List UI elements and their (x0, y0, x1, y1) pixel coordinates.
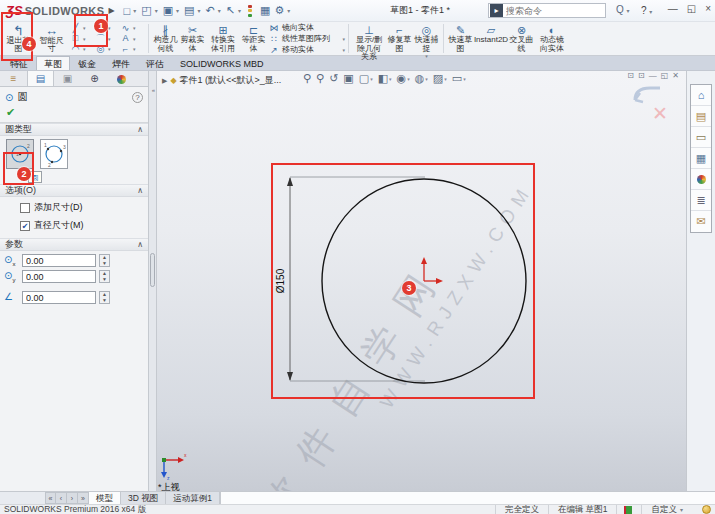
select-cursor-icon[interactable]: ↖ (225, 4, 236, 17)
smart-dimension-button[interactable]: ↔ 智能尺 寸 (35, 22, 68, 55)
custom-properties-icon[interactable]: ≣ (691, 190, 711, 211)
fully-defined-status: 完全定义 (495, 505, 548, 514)
dropdown-caret[interactable]: ▾ (176, 7, 179, 14)
tab-sketch[interactable]: 草图 (36, 56, 70, 70)
forum-icon[interactable]: ✉ (691, 211, 711, 232)
options-group-header[interactable]: 选项(O)∧ (0, 184, 148, 197)
dropdown-caret[interactable]: ▾ (238, 7, 241, 14)
center-y-input[interactable] (22, 270, 96, 283)
circle-type-group-header[interactable]: 圆类型∧ (0, 123, 148, 136)
file-explorer-icon[interactable]: ▭ (691, 127, 711, 148)
display-delete-relations-button[interactable]: ⊥显示/删 除几何 关系 (352, 22, 386, 55)
diameter-dimension-checkbox[interactable]: ✔ (20, 221, 30, 231)
dropdown-caret[interactable]: ▾ (155, 7, 158, 14)
dynamic-mirror-button[interactable]: ◐动态镜 向实体 (535, 22, 569, 55)
center-y-parameter: ⊙y ▲▼ (4, 270, 144, 283)
splitter-handle[interactable] (150, 253, 155, 287)
center-y-spinner[interactable]: ▲▼ (99, 270, 110, 283)
dropdown-caret[interactable]: ▾ (218, 7, 221, 14)
smart-dimension-icon: ↔ (45, 24, 58, 37)
circle-feature-icon: ⊙ (5, 92, 13, 103)
dropdown-caret[interactable]: ▾ (133, 7, 136, 14)
settings-gear-icon[interactable]: ⚙ (273, 4, 285, 17)
repair-sketch-button[interactable]: ⌐修复草 图 (386, 22, 413, 55)
units-caret-icon[interactable]: ▾ (680, 506, 683, 513)
configuration-manager-tab[interactable]: ▣ (54, 71, 81, 86)
minimize-button[interactable]: — (668, 3, 678, 14)
task-pane: ⌂ ▤ ▭ ▦ ≣ ✉ (686, 71, 715, 491)
options-content: 添加尺寸(D) ✔ 直径尺寸(M) (0, 197, 148, 238)
intersection-curve-button[interactable]: ⊗交叉曲 线 (508, 22, 535, 55)
instant2d-button[interactable]: ▱Instant2D (474, 22, 508, 55)
design-library-icon[interactable]: ▤ (691, 106, 711, 127)
display-manager-tab[interactable] (108, 71, 135, 86)
help-icon[interactable]: ? ▾ (641, 5, 652, 16)
new-document-icon[interactable]: □ (123, 5, 132, 17)
dimxpert-manager-tab[interactable]: ⊕ (81, 71, 108, 86)
tab-evaluate[interactable]: 评估 (138, 56, 172, 70)
rebuild-icon[interactable] (248, 5, 254, 17)
parameters-group-header[interactable]: 参数∧ (0, 238, 148, 251)
collapse-chevron-icon[interactable]: ∧ (137, 125, 143, 134)
perimeter-circle-type-button[interactable]: 132 (40, 139, 68, 169)
next-tab-icon[interactable]: › (67, 492, 78, 504)
move-entities-button[interactable]: ↗移动实体▾ (269, 45, 345, 55)
trim-entities-button[interactable]: ✂剪裁实 体 (179, 22, 206, 55)
help-circle-icon[interactable]: ? (132, 92, 143, 103)
tab-solidworks-mbd[interactable]: SOLIDWORKS MBD (172, 56, 272, 70)
undo-icon[interactable]: ↶ (205, 4, 216, 17)
center-x-spinner[interactable]: ▲▼ (99, 254, 110, 267)
diameter-dimension-option[interactable]: ✔ 直径尺寸(M) (20, 219, 148, 232)
quick-snaps-button[interactable]: ◎快速捕 捉▾ (413, 22, 440, 55)
3d-views-tab[interactable]: 3D 视图 (121, 492, 166, 504)
linear-sketch-pattern-button[interactable]: ∷线性草图阵列▾ (269, 34, 345, 44)
menu-expand-icon[interactable]: ▶ (108, 6, 114, 15)
mirror-entities-button[interactable]: ⋈镜向实体 (269, 23, 345, 33)
tag-icon[interactable] (702, 505, 711, 514)
tab-weldments[interactable]: 焊件 (104, 56, 138, 70)
last-tab-icon[interactable]: » (78, 492, 89, 504)
motion-study-tab[interactable]: 运动算例1 (166, 492, 220, 504)
open-icon[interactable]: ◰ (140, 4, 152, 17)
graphics-area[interactable]: 软件自学网 WWW.RJZXW.COM ▶ ◆ 零件1 (默认<<默认>_显..… (157, 71, 686, 491)
feature-manager-tab[interactable]: ≡ (0, 71, 27, 86)
panel-splitter[interactable]: « (148, 71, 157, 491)
print-icon[interactable]: ▤ (183, 4, 195, 17)
sketch-canvas[interactable]: Ø150 x z (157, 71, 686, 491)
offset-entities-button[interactable]: ⊏等距实 体 (240, 22, 267, 55)
radius-spinner[interactable]: ▲▼ (99, 291, 110, 304)
add-dimensions-checkbox[interactable] (20, 203, 30, 213)
search-input[interactable] (506, 6, 596, 16)
prev-tab-icon[interactable]: ‹ (56, 492, 67, 504)
text-tool[interactable]: A▾ (120, 33, 145, 44)
construction-geometry-button[interactable]: ∦构造几 何线 (152, 22, 179, 55)
editing-sketch-status: 在编辑 草图1 (548, 505, 617, 514)
view-palette-icon[interactable]: ▦ (691, 148, 711, 169)
dimension-label[interactable]: Ø150 (275, 268, 286, 293)
radius-input[interactable] (22, 291, 96, 304)
fillet-tool[interactable]: ⌐▾ (120, 44, 145, 55)
convert-entities-button[interactable]: ⊞转换实 体引用 (206, 22, 240, 55)
units-selector[interactable]: 自定义 ▾ (641, 505, 692, 514)
spline-tool[interactable]: ∿▾ (120, 23, 145, 34)
tab-sheet-metal[interactable]: 钣金 (70, 56, 104, 70)
property-manager-tab[interactable]: ▤ (27, 71, 54, 86)
collapse-chevron-icon[interactable]: ∧ (137, 186, 143, 195)
close-button[interactable]: × (705, 3, 711, 14)
dropdown-caret[interactable]: ▾ (197, 7, 200, 14)
rapid-sketch-button[interactable]: ✎快速草 图 (447, 22, 474, 55)
ok-button[interactable]: ✔ (0, 105, 148, 123)
appearances-icon[interactable] (691, 169, 711, 190)
options-list-icon[interactable]: ▦ (259, 4, 271, 17)
collapse-chevron-icon[interactable]: ∧ (137, 240, 143, 249)
restore-button[interactable]: ◱ (687, 3, 696, 14)
first-tab-icon[interactable]: « (45, 492, 56, 504)
center-x-input[interactable] (22, 254, 96, 267)
search-magnifier-icon[interactable]: Q ▾ (616, 4, 630, 15)
save-icon[interactable]: ▣ (162, 4, 174, 17)
search-commands-box[interactable]: ▸ (488, 3, 606, 18)
dropdown-caret[interactable]: ▾ (287, 7, 290, 14)
add-dimensions-option[interactable]: 添加尺寸(D) (20, 201, 148, 214)
model-tab[interactable]: 模型 (89, 492, 121, 504)
home-icon[interactable]: ⌂ (691, 85, 711, 106)
